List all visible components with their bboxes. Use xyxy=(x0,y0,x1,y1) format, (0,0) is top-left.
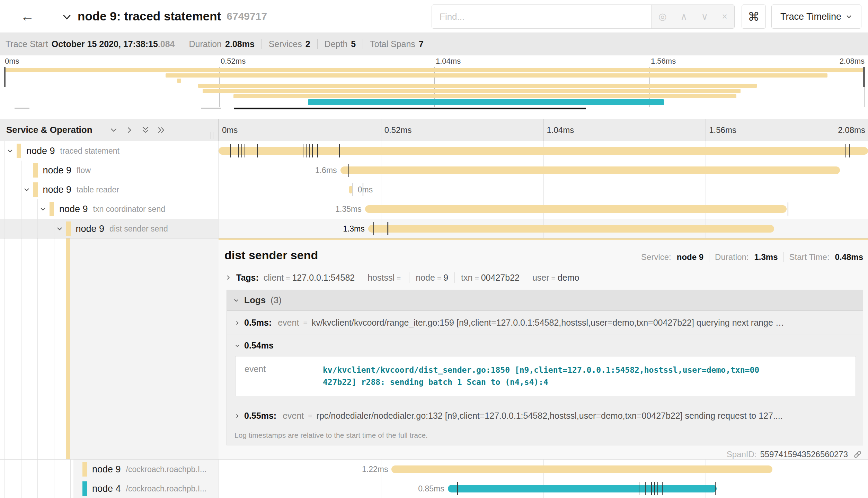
log-marker-tick xyxy=(238,144,239,157)
span-row[interactable]: node 9txn coordinator send1.35ms xyxy=(0,199,868,219)
span-row[interactable]: node 9traced statement xyxy=(0,141,868,161)
tree-guide-line xyxy=(37,479,38,498)
tree-guide-line xyxy=(21,479,21,498)
span-duration-label: 1.35ms xyxy=(335,199,361,219)
divider xyxy=(454,272,455,283)
log-toggle[interactable]: 0.54ms xyxy=(234,341,857,351)
span-row[interactable]: node 9/cockroach.roachpb.I...1.22ms xyxy=(0,460,868,479)
span-name: node 4/cockroach.roachpb.I... xyxy=(92,479,206,498)
span-name-cell[interactable]: node 9/cockroach.roachpb.I... xyxy=(0,460,219,479)
span-timeline-cell[interactable]: 0ms xyxy=(219,180,868,199)
span-bar[interactable] xyxy=(368,225,774,233)
span-timeline-cell[interactable]: 1.3ms xyxy=(219,219,868,238)
tags-toggle[interactable]: Tags: client=127.0.0.1:54582hostssl=node… xyxy=(224,267,865,288)
span-expander-icon[interactable] xyxy=(23,186,30,193)
prev-result-icon[interactable]: ∧ xyxy=(681,11,688,22)
expand-collapse-controls xyxy=(109,126,166,135)
column-resizer-handle[interactable] xyxy=(211,132,213,139)
log-timestamp: 0.5ms: xyxy=(244,318,272,328)
span-timeline-cell[interactable]: 1.35ms xyxy=(219,199,868,219)
service-name: node 9 xyxy=(43,184,72,195)
span-expander-icon[interactable] xyxy=(7,147,14,154)
minimap-scrub-mark[interactable] xyxy=(201,108,221,109)
tree-guide-line xyxy=(5,199,5,219)
minimap-left-handle[interactable] xyxy=(4,67,6,87)
span-row[interactable]: node 4/cockroach.roachpb.I...0.85ms xyxy=(0,479,868,498)
span-row[interactable]: node 9dist sender send1.3ms xyxy=(0,219,868,238)
tree-guide-line xyxy=(37,219,38,238)
log-marker-tick xyxy=(389,222,389,235)
span-timeline-cell[interactable]: 1.22ms xyxy=(219,460,868,479)
span-name-cell[interactable]: node 9dist sender send xyxy=(0,219,219,238)
span-detail-panel: dist sender send Service: node 9 Duratio… xyxy=(219,238,868,459)
span-bar[interactable] xyxy=(219,147,868,155)
span-name: node 9table reader xyxy=(43,180,119,199)
deep-link-icon[interactable] xyxy=(853,450,862,459)
tree-guide-line xyxy=(37,199,38,219)
start-time-value: 0.48ms xyxy=(835,252,863,262)
span-name-cell[interactable]: node 9flow xyxy=(0,161,219,180)
minimap-canvas[interactable] xyxy=(4,67,865,107)
collapse-trace-header-icon[interactable] xyxy=(62,12,72,22)
total-spans-label: Total Spans xyxy=(370,39,415,49)
next-result-icon[interactable]: ∨ xyxy=(701,11,708,22)
find-input[interactable] xyxy=(432,5,651,28)
log-entry[interactable]: 0.5ms: event = kv/kvclient/kvcoord/range… xyxy=(227,311,863,335)
minimap-scrubber[interactable] xyxy=(4,108,865,110)
log-marker-tick xyxy=(312,144,313,157)
expand-all-button[interactable] xyxy=(157,126,166,135)
span-bar[interactable] xyxy=(448,485,717,492)
service-name: node 9 xyxy=(92,464,121,475)
log-marker-tick xyxy=(230,144,231,157)
name-column-header: Service & Operation xyxy=(0,119,219,141)
tree-guide-line xyxy=(70,479,71,498)
minimap-span-bar xyxy=(166,73,827,78)
clear-search-icon[interactable]: × xyxy=(722,11,727,22)
span-row[interactable]: node 9table reader0ms xyxy=(0,180,868,199)
span-expander-icon[interactable] xyxy=(39,206,46,212)
span-timeline-cell[interactable]: 0.85ms xyxy=(219,479,868,498)
trace-view-dropdown[interactable]: Trace Timeline xyxy=(771,4,861,29)
depth-label: Depth xyxy=(325,39,348,49)
tag-item: client=127.0.0.1:54582 xyxy=(264,273,355,283)
minimap-viewport-bar[interactable] xyxy=(234,108,586,109)
gridline xyxy=(543,119,544,141)
logs-toggle[interactable]: Logs (3) xyxy=(227,290,863,311)
span-bar[interactable] xyxy=(365,205,787,213)
tag-key: client xyxy=(264,273,284,282)
span-timeline-cell[interactable]: 1.6ms xyxy=(219,161,868,180)
gridline xyxy=(706,119,706,141)
log-marker-tick xyxy=(309,144,310,157)
span-name: node 9dist sender send xyxy=(76,219,168,238)
collapse-all-button[interactable] xyxy=(141,126,150,135)
span-row[interactable]: node 9flow1.6ms xyxy=(0,161,868,180)
page-title: node 9: traced statement xyxy=(78,9,221,23)
tree-guide-line xyxy=(21,199,21,219)
log-marker-tick xyxy=(363,183,363,196)
chevron-right-icon xyxy=(234,413,240,419)
span-bar[interactable] xyxy=(391,465,772,473)
log-entry[interactable]: 0.55ms: event = rpc/nodedialer/nodediale… xyxy=(227,404,863,428)
expand-one-button[interactable] xyxy=(125,126,134,135)
span-expander-icon[interactable] xyxy=(56,225,63,232)
back-button[interactable]: ← xyxy=(18,9,36,24)
minimap-right-handle[interactable] xyxy=(863,67,865,87)
span-name-cell[interactable]: node 4/cockroach.roachpb.I... xyxy=(0,479,219,498)
operation-name: dist sender send xyxy=(109,224,168,234)
span-name-cell[interactable]: node 9table reader xyxy=(0,180,219,199)
gridline xyxy=(381,119,381,141)
minimap-scrub-mark[interactable] xyxy=(15,108,29,109)
keyboard-shortcuts-button[interactable]: ⌘ xyxy=(742,4,766,29)
operation-name: txn coordinator send xyxy=(93,205,165,214)
trace-title-group: node 9: traced statement 6749717 xyxy=(62,0,267,33)
span-bar[interactable] xyxy=(349,186,352,193)
span-name-cell[interactable]: node 9traced statement xyxy=(0,141,219,161)
span-bar[interactable] xyxy=(340,166,840,174)
locate-icon[interactable]: ◎ xyxy=(658,11,667,22)
span-name-cell[interactable]: node 9txn coordinator send xyxy=(0,199,219,219)
span-rows-children: node 9/cockroach.roachpb.I...1.22msnode … xyxy=(0,459,868,498)
collapse-one-button[interactable] xyxy=(109,126,118,135)
service-name: node 4 xyxy=(92,483,121,494)
trace-timeline-page: ← node 9: traced statement 6749717 ◎ ∧ ∨… xyxy=(0,0,868,498)
span-timeline-cell[interactable] xyxy=(219,141,868,161)
